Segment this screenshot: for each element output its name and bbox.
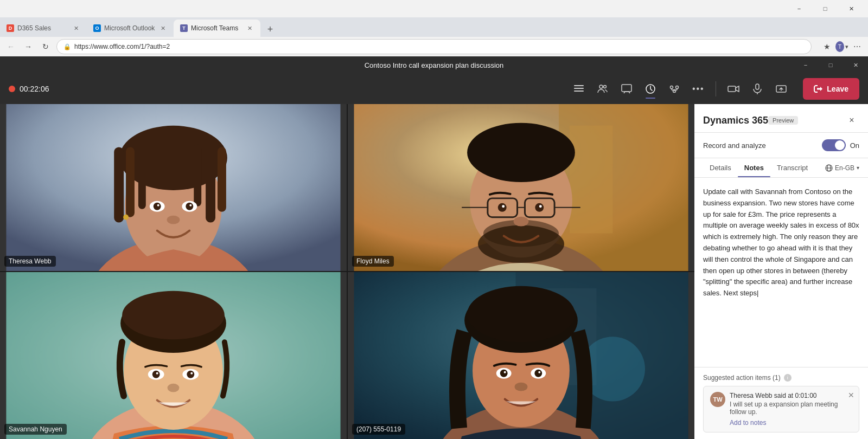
minimize-button[interactable]: −	[787, 0, 812, 17]
teams-app: Contoso Intro call expansion plan discus…	[0, 56, 868, 439]
tab-details[interactable]: Details	[703, 158, 738, 177]
back-button[interactable]: ←	[4, 40, 17, 53]
leave-label: Leave	[827, 85, 848, 93]
more-options-button[interactable]: ⋯	[851, 40, 864, 53]
participant-label-theresa: Theresa Webb	[4, 256, 56, 267]
microphone-button[interactable]	[746, 78, 768, 100]
share-screen-button[interactable]	[770, 78, 792, 100]
savannah-video	[0, 272, 347, 439]
svg-point-49	[502, 205, 505, 208]
teams-close-button[interactable]: ✕	[843, 56, 868, 74]
tab-d365-label: D365 Sales	[17, 24, 68, 32]
teams-titlebar: Contoso Intro call expansion plan discus…	[0, 56, 868, 74]
notes-textarea[interactable]: Update call with Savannah from Contoso o…	[694, 178, 868, 367]
recording-time: 00:22:06	[20, 85, 49, 93]
toggle-container: On	[822, 139, 859, 151]
svg-point-74	[467, 286, 575, 342]
tab-teams-close[interactable]: ✕	[245, 24, 254, 33]
svg-rect-2	[574, 91, 584, 92]
chat-button[interactable]	[616, 78, 637, 100]
browser-tabs: D D365 Sales ✕ O Microsoft Outlook ✕ T M…	[0, 17, 868, 37]
breakout-rooms-button[interactable]	[663, 78, 685, 100]
toolbar-separator	[716, 81, 716, 96]
recording-dot	[9, 86, 15, 92]
suggestion-card: TW Theresa Webb said at 0:01:00 I will s…	[703, 386, 859, 432]
maximize-button[interactable]: □	[813, 0, 838, 17]
tab-d365-sales[interactable]: D D365 Sales ✕	[0, 20, 87, 37]
info-icon[interactable]: i	[784, 374, 792, 382]
svg-point-65	[168, 384, 180, 392]
globe-icon	[825, 164, 833, 172]
svg-point-79	[534, 370, 542, 377]
suggestion-close-button[interactable]: ✕	[848, 391, 854, 399]
teams-maximize-button[interactable]: □	[818, 56, 843, 74]
add-to-notes-button[interactable]: Add to notes	[730, 419, 852, 427]
close-window-button[interactable]: ✕	[839, 0, 864, 17]
svg-point-60	[152, 371, 160, 378]
toggle-knob	[835, 140, 845, 150]
window-controls: − □ ✕	[787, 0, 864, 17]
camera-button[interactable]	[723, 78, 744, 100]
panel-tabs: Details Notes Transcript En-GB ▾	[694, 158, 868, 178]
preview-badge: Preview	[768, 116, 798, 125]
roster-button[interactable]	[568, 78, 590, 100]
svg-point-77	[504, 371, 506, 373]
analytics-button[interactable]	[640, 78, 661, 100]
svg-point-51	[514, 217, 529, 227]
video-grid: Theresa Webb	[0, 104, 694, 439]
suggested-header: Suggested action items (1) i	[703, 374, 859, 382]
suggestion-speaker: Theresa Webb said at 0:01:00	[730, 392, 852, 399]
more-options-button[interactable]: •••	[687, 78, 709, 100]
address-box[interactable]: 🔒 https://www.office.com/1/?auth=2	[56, 39, 812, 54]
suggested-header-text: Suggested action items (1)	[703, 374, 781, 382]
panel-close-button[interactable]: ×	[844, 113, 859, 128]
svg-point-39	[467, 123, 575, 182]
svg-point-3	[599, 85, 603, 88]
tab-outlook[interactable]: O Microsoft Outlook ✕	[87, 20, 174, 37]
new-tab-button[interactable]: +	[263, 22, 278, 37]
svg-point-31	[167, 216, 180, 224]
d365-favicon: D	[7, 24, 14, 32]
tab-teams[interactable]: T Microsoft Teams ✕	[174, 20, 260, 37]
tab-notes[interactable]: Notes	[738, 158, 770, 177]
language-chevron-icon: ▾	[857, 165, 859, 171]
suggested-section: Suggested action items (1) i TW Theresa …	[694, 367, 868, 439]
svg-point-8	[676, 86, 679, 89]
participants-button[interactable]	[592, 78, 614, 100]
profile-chevron: ▾	[845, 43, 848, 50]
leave-meeting-button[interactable]: Leave	[803, 78, 859, 100]
svg-rect-23	[138, 145, 146, 209]
tab-d365-close[interactable]: ✕	[72, 24, 80, 33]
panel-title: Dynamics 365	[703, 115, 768, 126]
record-analyze-row: Record and analyze On	[694, 133, 868, 158]
profile-button[interactable]: T ▾	[835, 40, 848, 53]
svg-point-76	[500, 370, 508, 377]
svg-point-64	[190, 372, 193, 375]
svg-rect-21	[206, 147, 215, 222]
svg-point-80	[538, 371, 540, 373]
tab-outlook-close[interactable]: ✕	[158, 24, 167, 33]
tab-transcript[interactable]: Transcript	[770, 158, 814, 177]
theresa-video	[0, 104, 347, 271]
browser-actions: ★ T ▾ ⋯	[820, 40, 864, 53]
participant-label-unknown: (207) 555-0119	[352, 424, 405, 435]
refresh-button[interactable]: ↻	[39, 40, 52, 53]
svg-rect-19	[114, 147, 124, 222]
teams-favicon: T	[180, 24, 188, 32]
video-cell-floyd: Floyd Miles	[348, 104, 694, 271]
record-toggle[interactable]	[822, 139, 846, 151]
svg-point-63	[187, 371, 194, 378]
svg-point-7	[671, 86, 673, 89]
svg-rect-1	[574, 88, 584, 89]
svg-point-30	[189, 204, 192, 206]
svg-point-32	[123, 215, 129, 220]
tab-teams-label: Microsoft Teams	[191, 24, 242, 32]
svg-point-47	[498, 203, 507, 212]
meeting-title: Contoso Intro call expansion plan discus…	[365, 61, 504, 69]
language-selector[interactable]: En-GB ▾	[825, 164, 859, 172]
teams-minimize-button[interactable]: −	[793, 56, 818, 74]
profile-avatar: T	[835, 41, 844, 52]
language-label: En-GB	[835, 164, 854, 172]
favorites-button[interactable]: ★	[820, 40, 833, 53]
forward-button[interactable]: →	[22, 40, 35, 53]
